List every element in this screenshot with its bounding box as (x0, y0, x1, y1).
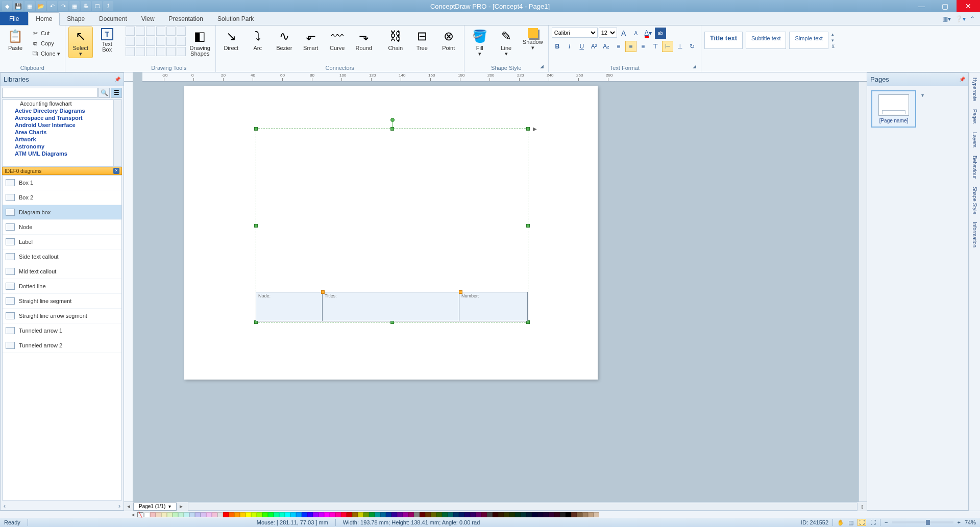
color-swatch[interactable] (195, 512, 201, 517)
subscript-icon[interactable]: A₂ (601, 41, 612, 52)
color-swatch[interactable] (257, 512, 262, 517)
color-swatch[interactable] (571, 512, 577, 517)
title-text-style[interactable]: Title text (704, 32, 743, 49)
paste-button[interactable]: 📋 Paste (3, 27, 28, 53)
color-swatch[interactable] (206, 512, 212, 517)
cut-button[interactable]: ✂Cut (30, 29, 62, 38)
color-swatch[interactable] (167, 512, 173, 517)
side-tab-pages[interactable]: Pages (971, 107, 978, 126)
italic-icon[interactable]: I (564, 41, 575, 52)
styles-more-icon[interactable]: ⊻ (831, 44, 835, 49)
color-swatch[interactable] (184, 512, 189, 517)
shape-item[interactable]: Straight line segment (3, 294, 121, 309)
point-button[interactable]: ⊗Point (436, 27, 461, 53)
color-swatch[interactable] (234, 512, 240, 517)
color-swatch[interactable] (588, 512, 594, 517)
superscript-icon[interactable]: A² (589, 41, 600, 52)
color-swatch[interactable] (246, 512, 251, 517)
control-handle[interactable] (321, 290, 325, 294)
color-swatch[interactable] (566, 512, 571, 517)
status-snap-icon[interactable]: ◫ (848, 519, 853, 526)
color-swatch[interactable] (386, 512, 391, 517)
shape-item[interactable]: Straight line arrow segment (3, 309, 121, 323)
color-swatch[interactable] (240, 512, 246, 517)
color-swatch[interactable] (318, 512, 324, 517)
textbox-button[interactable]: T Text Box (95, 27, 119, 54)
scroll-left-icon[interactable]: ‹ (4, 503, 6, 510)
status-fit-icon[interactable]: ⛶ (857, 519, 866, 526)
round-button[interactable]: ⬎Round (352, 27, 376, 53)
color-swatch[interactable] (420, 512, 425, 517)
color-swatch[interactable] (358, 512, 363, 517)
qat-print-icon[interactable]: 🖶 (81, 1, 91, 11)
side-tab-behaviour[interactable]: Behaviour (971, 154, 978, 181)
shape-item[interactable]: Side text callout (3, 249, 121, 264)
color-swatch[interactable] (335, 512, 341, 517)
valign-middle-icon[interactable]: ⊢ (662, 41, 673, 52)
diagram-box-shape[interactable]: Node: Titles: Number: (256, 292, 528, 321)
library-search-input[interactable] (2, 88, 97, 98)
number-cell[interactable]: Number: (459, 292, 528, 321)
curve-button[interactable]: 〰Curve (325, 27, 350, 53)
split-icon[interactable]: ⫿ (857, 504, 867, 509)
view-toggle-icon[interactable]: ☰ (111, 88, 122, 98)
subtitle-text-style[interactable]: Subtitle text (746, 32, 786, 49)
color-swatch[interactable] (290, 512, 296, 517)
color-swatch[interactable] (549, 512, 554, 517)
colorbar-nav-left[interactable]: ◄ (131, 512, 135, 517)
library-section-header[interactable]: IDEF0 diagrams × (2, 167, 122, 175)
qat-redo-icon[interactable]: ↷ (58, 1, 68, 11)
tab-nav-next[interactable]: ► (177, 504, 186, 509)
color-swatch[interactable] (526, 512, 532, 517)
scroll-right-icon[interactable]: › (118, 503, 120, 510)
titles-cell[interactable]: Titles: (323, 292, 459, 321)
chain-button[interactable]: ⛓Chain (383, 27, 408, 53)
shape-item[interactable]: Diagram box (3, 205, 121, 220)
help-icon[interactable]: ❔▾ (955, 15, 966, 22)
font-size-select[interactable]: 12 (599, 28, 617, 38)
zoom-slider[interactable] (892, 521, 953, 523)
tree-item[interactable]: Android User Interface (3, 121, 121, 129)
qat-undo-icon[interactable]: ↶ (47, 1, 57, 11)
tree-item[interactable]: ATM UML Diagrams (3, 150, 121, 157)
align-left-icon[interactable]: ≡ (613, 41, 624, 52)
color-swatch[interactable] (397, 512, 403, 517)
collapse-ribbon-icon[interactable]: ⌃ (970, 15, 975, 22)
qat-save-icon[interactable]: 💾 (13, 1, 23, 11)
tab-solution-park[interactable]: Solution Park (210, 12, 261, 25)
color-swatch[interactable] (150, 512, 156, 517)
grow-font-icon[interactable]: A (618, 28, 629, 39)
color-swatch[interactable] (178, 512, 184, 517)
action-tag-icon[interactable]: ▶ (533, 126, 537, 132)
color-swatch[interactable] (515, 512, 521, 517)
shape-mini-gallery[interactable] (126, 27, 186, 56)
color-swatch[interactable] (582, 512, 588, 517)
file-menu[interactable]: File (0, 12, 28, 25)
pin-icon[interactable]: 📌 (114, 77, 120, 82)
shape-item[interactable]: Tunneled arrow 2 (3, 338, 121, 353)
zoom-out-icon[interactable]: − (885, 519, 888, 525)
color-swatch[interactable] (577, 512, 582, 517)
color-swatch[interactable] (161, 512, 167, 517)
qat-app-icon[interactable]: ◆ (2, 1, 12, 11)
color-swatch[interactable] (217, 512, 223, 517)
color-swatch[interactable] (296, 512, 302, 517)
shape-item[interactable]: Dotted line (3, 279, 121, 294)
arc-button[interactable]: ⤵Arc (246, 27, 270, 53)
tree-item[interactable]: Active Directory Diagrams (3, 107, 121, 114)
clone-button[interactable]: ⿻Clone ▾ (30, 49, 62, 58)
font-family-select[interactable]: Calibri (552, 28, 598, 38)
color-swatch[interactable] (414, 512, 420, 517)
color-swatch[interactable] (212, 512, 217, 517)
color-swatch[interactable] (173, 512, 178, 517)
ruler-vertical[interactable] (124, 82, 133, 501)
drawing-shapes-button[interactable]: ◧ Drawing Shapes (188, 27, 212, 58)
shape-style-launcher[interactable]: ◢ (540, 64, 547, 71)
hscrollbar[interactable] (188, 503, 857, 511)
tab-nav-prev[interactable]: ◄ (124, 504, 133, 509)
tree-item[interactable]: Accounting flowchart (3, 100, 121, 107)
side-tab-hypernote[interactable]: Hypernote (971, 76, 978, 103)
resize-handle-w[interactable] (254, 224, 258, 228)
smart-button[interactable]: ⬐Smart (299, 27, 323, 53)
color-swatch[interactable] (330, 512, 335, 517)
